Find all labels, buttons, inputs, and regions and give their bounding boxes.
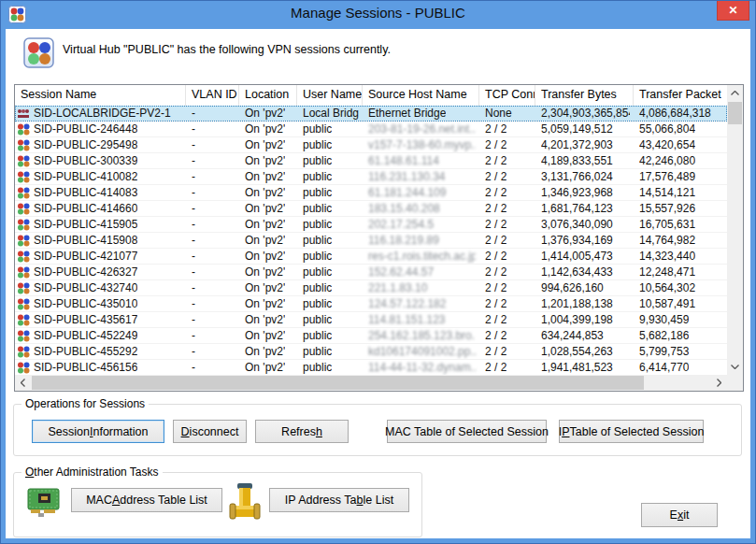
scroll-up-button[interactable] (727, 85, 743, 101)
source-host-name-value: res-c1.rois.titech.ac.jp (368, 250, 476, 263)
titlebar[interactable]: Manage Sessions - PUBLIC ✕ (0, 0, 756, 29)
column-header-transfer-bytes[interactable]: Transfer Bytes (535, 85, 634, 106)
session-name: SID-PUBLIC-300339 (34, 154, 137, 167)
table-row[interactable]: SID-PUBLIC-456156 - On 'pv2' public 114-… (15, 360, 727, 375)
column-header-tcp-connections[interactable]: TCP Conn... (479, 85, 535, 106)
vlan-id-value: - (192, 138, 195, 151)
source-host-name-value: 114.81.151.123 (368, 313, 446, 326)
transfer-bytes-value: 4,189,833,551 (541, 154, 613, 167)
close-button[interactable]: ✕ (717, 0, 749, 21)
exit-button[interactable]: Exit (641, 503, 718, 527)
table-row[interactable]: SID-PUBLIC-414083 - On 'pv2' public 61.1… (15, 185, 727, 201)
table-row[interactable]: SID-PUBLIC-452249 - On 'pv2' public 254.… (15, 328, 727, 344)
transfer-packets-value: 15,557,926 (639, 202, 695, 215)
scroll-down-button[interactable] (727, 359, 743, 375)
user-name-value: Local Bridge (303, 107, 359, 120)
table-row[interactable]: SID-PUBLIC-295498 - On 'pv2' public v157… (15, 137, 727, 153)
user-name-value: public (303, 122, 332, 136)
vertical-scroll-thumb[interactable] (728, 102, 742, 124)
column-header-session-name[interactable]: Session Name (15, 85, 186, 106)
vertical-scrollbar[interactable] (727, 85, 743, 375)
vlan-id-value: - (192, 122, 195, 136)
table-header: Session Name VLAN ID Location User Name … (15, 85, 727, 106)
vlan-id-value: - (192, 107, 195, 120)
transfer-packets-value: 14,323,440 (639, 250, 695, 263)
session-name: SID-PUBLIC-426327 (34, 265, 137, 279)
horizontal-scroll-thumb[interactable] (32, 376, 644, 390)
table-row[interactable]: SID-PUBLIC-410082 - On 'pv2' public 116.… (15, 169, 727, 185)
source-host-name-value: 114-44-11-32.dynam... (368, 361, 476, 374)
transfer-packets-value: 5,799,753 (639, 345, 689, 358)
source-host-name-value: 61.181.244.109 (368, 186, 446, 199)
table-row[interactable]: SID-PUBLIC-415905 - On 'pv2' public 202.… (15, 217, 727, 233)
session-name: SID-PUBLIC-455292 (34, 345, 137, 358)
location-value: On 'pv2' (245, 345, 285, 358)
table-row[interactable]: SID-PUBLIC-426327 - On 'pv2' public 152.… (15, 265, 727, 280)
tcp-connections-value: 2 / 2 (485, 202, 506, 215)
table-row[interactable]: SID-PUBLIC-414660 - On 'pv2' public 183.… (15, 201, 727, 217)
transfer-bytes-value: 4,201,372,903 (541, 138, 613, 151)
table-row[interactable]: SID-PUBLIC-246448 - On 'pv2' public 203-… (15, 122, 727, 137)
vlan-id-value: - (192, 265, 195, 279)
transfer-bytes-value: 3,076,340,090 (541, 218, 613, 231)
table-row[interactable]: SID-PUBLIC-455292 - On 'pv2' public kd10… (15, 344, 727, 360)
refresh-button[interactable]: Refresh (255, 420, 349, 443)
horizontal-scroll-track[interactable] (31, 375, 711, 391)
location-value: On 'pv2' (245, 250, 285, 263)
table-row[interactable]: SID-PUBLIC-435617 - On 'pv2' public 114.… (15, 312, 727, 328)
mac-table-of-selected-session-button[interactable]: MAC Table of Selected Session (387, 420, 547, 443)
transfer-packets-value: 43,420,654 (639, 138, 695, 151)
session-information-button[interactable]: Session Information (32, 420, 164, 443)
table-row[interactable]: SID-PUBLIC-421077 - On 'pv2' public res-… (15, 249, 727, 265)
transfer-packets-value: 9,930,459 (639, 313, 689, 326)
user-name-value: public (303, 250, 332, 263)
column-header-location[interactable]: Location (239, 85, 297, 106)
vlan-id-value: - (192, 361, 195, 374)
scroll-right-button[interactable] (711, 375, 727, 391)
column-header-transfer-packets[interactable]: Transfer Packet (634, 85, 727, 106)
disconnect-button[interactable]: Disconnect (173, 420, 247, 443)
chevron-up-icon (731, 91, 739, 95)
user-name-value: public (303, 313, 332, 326)
user-name-value: public (303, 265, 332, 279)
column-header-source-host-name[interactable]: Source Host Name (363, 85, 479, 106)
session-name: SID-PUBLIC-456156 (34, 361, 137, 374)
session-icon (17, 139, 30, 151)
user-name-value: public (303, 170, 332, 183)
location-value: On 'pv2' (245, 329, 285, 342)
table-row[interactable]: SID-LOCALBRIDGE-PV2-1 - On 'pv2' Local B… (15, 106, 727, 122)
user-name-value: public (303, 329, 332, 342)
scroll-left-button[interactable] (15, 375, 31, 391)
operations-groupbox: Operations for Sessions Session Informat… (13, 404, 742, 456)
table-row[interactable]: SID-PUBLIC-300339 - On 'pv2' public 61.1… (15, 153, 727, 169)
operations-groupbox-label: Operations for Sessions (21, 397, 149, 410)
table-row[interactable]: SID-PUBLIC-432740 - On 'pv2' public 221.… (15, 280, 727, 296)
ip-table-of-selected-session-button[interactable]: IP Table of Selected Session (559, 420, 704, 443)
session-icon (17, 298, 30, 310)
vlan-id-value: - (192, 281, 195, 294)
source-host-name-value: 152.62.44.57 (368, 265, 434, 279)
column-header-vlan-id[interactable]: VLAN ID (186, 85, 239, 106)
ip-address-table-list-button[interactable]: IP Address Table List (269, 488, 409, 512)
vlan-id-value: - (192, 297, 195, 310)
column-header-user-name[interactable]: User Name (297, 85, 363, 106)
vertical-scroll-track[interactable] (727, 101, 743, 359)
session-name: SID-PUBLIC-415905 (34, 218, 137, 231)
chevron-right-icon (717, 379, 721, 387)
transfer-packets-value: 12,248,471 (639, 265, 695, 279)
session-name: SID-PUBLIC-414660 (34, 202, 137, 215)
transfer-bytes-value: 2,304,903,365,854 (541, 107, 630, 120)
vlan-id-value: - (192, 313, 195, 326)
mac-address-table-list-button[interactable]: MAC Address Table List (71, 488, 222, 512)
horizontal-scrollbar[interactable] (15, 375, 727, 391)
chevron-left-icon (21, 379, 25, 387)
vlan-id-value: - (192, 170, 195, 183)
vlan-id-value: - (192, 202, 195, 215)
table-row[interactable]: SID-PUBLIC-435010 - On 'pv2' public 124.… (15, 296, 727, 312)
location-value: On 'pv2' (245, 218, 285, 231)
session-icon (17, 235, 30, 247)
transfer-bytes-value: 1,201,188,138 (541, 297, 613, 310)
session-name: SID-PUBLIC-452249 (34, 329, 137, 342)
table-row[interactable]: SID-PUBLIC-415908 - On 'pv2' public 116.… (15, 233, 727, 249)
close-icon: ✕ (728, 4, 737, 17)
